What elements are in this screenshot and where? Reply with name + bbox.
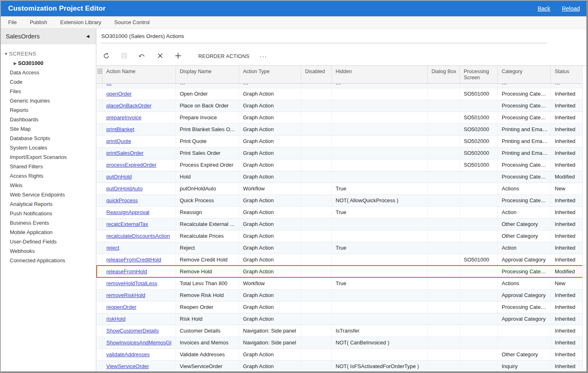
cell-name[interactable]: releaseFromCreditHold (102, 254, 175, 266)
row-notes-cell[interactable] (97, 83, 102, 88)
cell-display[interactable]: Validate Addresses (175, 348, 239, 360)
cell-display[interactable]: Hold (175, 171, 239, 183)
cell-display[interactable]: Total Less Than 800 (175, 277, 239, 289)
cell-status[interactable]: Inherited (550, 100, 584, 112)
cell-type[interactable]: Graph Action (239, 242, 301, 254)
cell-type[interactable]: Graph Action (239, 360, 301, 371)
cell-screen[interactable] (459, 325, 497, 337)
cell-status[interactable]: Inherited (550, 135, 584, 147)
row-notes-cell[interactable] (97, 218, 102, 230)
cell-display[interactable]: Reassign (175, 206, 239, 218)
cell-disabled[interactable] (301, 206, 331, 218)
row-notes-cell[interactable] (97, 159, 102, 171)
cell-hidden[interactable]: True (331, 277, 427, 289)
cell-type[interactable]: Graph Action (239, 218, 301, 230)
cell-type[interactable]: Graph Action (239, 289, 301, 301)
cell-dialog[interactable] (427, 266, 459, 277)
sidebar-item-access-rights[interactable]: Access Rights (1, 171, 96, 181)
cell-category[interactable]: Printing and Emai... (497, 123, 550, 135)
cell-disabled[interactable] (301, 348, 331, 360)
cell-dialog[interactable] (427, 325, 459, 337)
cell-status[interactable]: Inherited (550, 289, 584, 301)
sidebar-item-web-service-endpoints[interactable]: Web Service Endpoints (1, 190, 96, 199)
cell-screen[interactable]: SO502000 (459, 135, 497, 147)
cell-category[interactable]: Processing Categ... (497, 100, 550, 112)
cell-status[interactable]: Modified (550, 266, 584, 277)
action-name-link[interactable]: … (107, 84, 112, 86)
cell-disabled[interactable] (301, 194, 331, 206)
cell-disabled[interactable] (301, 230, 331, 242)
reorder-actions-button[interactable]: REORDER ACTIONS (195, 51, 253, 62)
cell-display[interactable]: Customer Details (175, 325, 239, 337)
cell-disabled[interactable] (301, 135, 331, 147)
cell-dialog[interactable] (427, 123, 459, 135)
cell-type[interactable]: Graph Action (239, 348, 301, 360)
row-notes-cell[interactable] (97, 230, 102, 242)
add-row-button[interactable] (172, 51, 184, 62)
cell-category[interactable]: Other Category (497, 348, 550, 360)
cell-display[interactable]: Open Order (175, 88, 239, 100)
sidebar-item-wikis[interactable]: Wikis (1, 181, 96, 190)
sidebar-item-code[interactable]: Code (1, 77, 96, 87)
table-row[interactable]: openOrderOpen OrderGraph ActionSO501000P… (97, 88, 584, 100)
cell-display[interactable]: Remove Hold (175, 266, 239, 277)
cell-category[interactable]: Other Category (497, 230, 550, 242)
cell-screen[interactable]: SO501000 (459, 88, 497, 100)
cell-name[interactable]: openOrder (102, 88, 175, 100)
cell-disabled[interactable] (301, 289, 331, 301)
cell-display[interactable]: Print Quote (175, 135, 239, 147)
cell-screen[interactable] (459, 289, 497, 301)
column-header-hidden[interactable]: Hidden (331, 66, 427, 83)
cell-screen[interactable] (459, 171, 497, 183)
cell-hidden[interactable] (331, 112, 427, 123)
cell-disabled[interactable] (301, 147, 331, 159)
cell-type[interactable]: Workflow (239, 183, 301, 194)
cell-category[interactable]: Approval Category (497, 289, 550, 301)
sidebar-item-data-access[interactable]: Data Access (1, 68, 96, 77)
cell-name[interactable]: removeHoldTotalLess (102, 277, 175, 289)
sidebar-item-reports[interactable]: Reports (1, 105, 96, 115)
cell-dialog[interactable] (427, 313, 459, 325)
cell-type[interactable]: Graph Action (239, 171, 301, 183)
row-notes-cell[interactable] (97, 206, 102, 218)
table-row[interactable]: ReassignApprovalReassignGraph ActionTrue… (97, 206, 584, 218)
action-name-link[interactable]: openOrder (107, 91, 132, 97)
cell-type[interactable]: Graph Action (239, 206, 301, 218)
cell-disabled[interactable] (301, 83, 331, 88)
cell-dialog[interactable] (427, 218, 459, 230)
cell-screen[interactable] (459, 100, 497, 112)
cell-category[interactable]: Processing Categ... (497, 88, 550, 100)
cell-disabled[interactable] (301, 218, 331, 230)
cell-status[interactable]: … (550, 83, 584, 88)
action-name-link[interactable]: processExpiredOrder (107, 162, 157, 168)
cell-hidden[interactable] (331, 313, 427, 325)
cell-type[interactable]: Navigation: Side panel (239, 325, 301, 337)
cell-category[interactable]: Approval Category (497, 254, 550, 266)
cell-name[interactable]: riskHold (102, 313, 175, 325)
cell-disabled[interactable] (301, 171, 331, 183)
cell-hidden[interactable] (331, 147, 427, 159)
action-name-link[interactable]: validateAddresses (107, 351, 150, 357)
cell-status[interactable]: Inherited (550, 325, 584, 337)
cell-dialog[interactable] (427, 83, 459, 88)
action-name-link[interactable]: prepareInvoice (107, 114, 142, 121)
cell-category[interactable]: Action (497, 206, 550, 218)
sidebar-item-files[interactable]: Files (1, 87, 96, 96)
cell-name[interactable]: … (102, 83, 175, 88)
cell-category[interactable]: Inquiry (497, 360, 550, 371)
cell-display[interactable]: Remove Risk Hold (175, 289, 239, 301)
cell-display[interactable]: Place on Back Order (175, 100, 239, 112)
cell-screen[interactable]: SO502000 (459, 123, 497, 135)
cell-status[interactable]: New (550, 183, 584, 194)
row-notes-cell[interactable] (97, 171, 102, 183)
cell-hidden[interactable] (331, 88, 427, 100)
action-name-link[interactable]: riskHold (107, 316, 126, 322)
row-notes-cell[interactable] (97, 88, 102, 100)
cell-disabled[interactable] (301, 88, 331, 100)
row-notes-cell[interactable] (97, 266, 102, 277)
cell-type[interactable]: Graph Action (239, 88, 301, 100)
sidebar-item-mobile-application[interactable]: Mobile Application (1, 228, 96, 237)
table-row[interactable]: removeHoldTotalLessTotal Less Than 800Wo… (97, 277, 584, 289)
cell-type[interactable]: Graph Action (239, 147, 301, 159)
action-name-link[interactable]: reopenOrder (107, 304, 137, 310)
